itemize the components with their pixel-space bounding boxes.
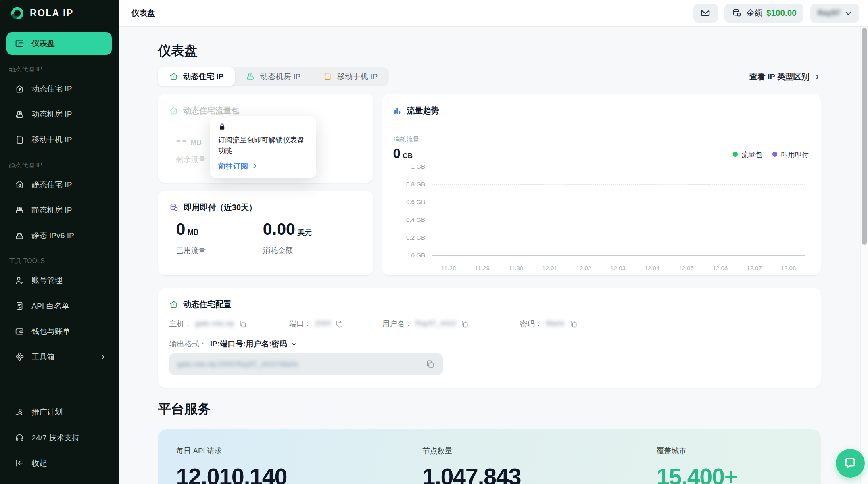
balance-value: $100.00	[766, 8, 796, 18]
subscribe-link-label: 前往订阅	[218, 161, 248, 171]
residential-config-card: 动态住宅配置 主机： gate.rola.vip 端口： 2000	[158, 288, 821, 388]
x-axis-ticks: 11.2811.2911.3012.0112.0212.0312.0412.05…	[432, 265, 805, 271]
payg-card: 即用即付（近30天） 0MB 已用流量 0.00美元 消耗金额	[158, 191, 373, 275]
proxy-output-box[interactable]: gate.rola.vip:2000:Ray97_4410:Warbr	[169, 353, 443, 376]
chart-plot-area: 1 GB 0.8 GB 0.6 GB 0.4 GB 0.2 GB 0 GB 11…	[393, 161, 810, 259]
sidebar-item-label: 推广计划	[31, 407, 63, 417]
wallet-icon	[15, 326, 25, 336]
sidebar-item-label: 收起	[31, 458, 47, 469]
sidebar-item-dashboard[interactable]: 仪表盘	[6, 32, 112, 55]
format-select[interactable]: IP:端口号:用户名:密码	[210, 339, 298, 349]
live-chat-button[interactable]	[836, 449, 864, 478]
remaining-traffic-value: --MB	[176, 132, 202, 148]
sidebar-spacer	[6, 369, 112, 400]
username-field: 用户名： Ray97_4410	[382, 319, 469, 329]
scrollbar-thumb[interactable]	[862, 28, 867, 245]
host-field: 主机： gate.rola.vip	[169, 319, 247, 329]
platform-services-title: 平台服务	[158, 400, 211, 418]
legend-item-package[interactable]: 流量包	[733, 150, 762, 159]
password-field: 密码： Warbr	[520, 319, 578, 329]
sidebar-item-account[interactable]: 账号管理	[6, 269, 112, 292]
scrollbar-track[interactable]	[860, 27, 868, 484]
legend-label: 即用即付	[781, 150, 809, 159]
platform-stats-card: 每日 API 请求 12,010,140 节点数量 1,047,843 覆盖城市…	[158, 429, 821, 484]
subscribe-lock-popup: 订阅流量包即可解锁仪表盘功能 前往订阅	[210, 116, 316, 178]
rola-ring-icon	[10, 6, 25, 21]
sidebar-section-static: 静态代理 IP	[9, 161, 112, 170]
y-axis-tick: 0.8 GB	[393, 181, 425, 188]
legend-item-payg[interactable]: 即用即付	[772, 150, 809, 159]
mail-button[interactable]	[693, 4, 718, 23]
sidebar-item-label: 账号管理	[31, 275, 63, 286]
sidebar-item-wallet[interactable]: 钱包与账单	[6, 320, 112, 342]
topbar: 仪表盘 余额 $100.00 Ray97	[119, 0, 868, 27]
tab-mobile[interactable]: 移动手机 IP	[312, 67, 389, 86]
house-bolt-icon	[169, 300, 178, 309]
port-field: 端口： 2000	[289, 319, 344, 329]
coins-icon	[169, 202, 179, 213]
headset-icon	[15, 433, 25, 443]
gridline	[432, 238, 805, 238]
sidebar-item-referral[interactable]: 推广计划	[6, 401, 112, 424]
ip-type-tabs: 动态住宅 IP 动态机房 IP 移动手机 IP	[158, 67, 389, 86]
consumed-amount-stat: 0.00美元 消耗金额	[263, 220, 312, 255]
house-lock-icon	[15, 179, 25, 190]
brand-logo[interactable]: ROLA IP	[6, 0, 112, 27]
format-value: IP:端口号:用户名:密码	[210, 339, 287, 349]
sidebar-item-dynamic-residential[interactable]: 动态住宅 IP	[6, 78, 112, 100]
user-check-icon	[15, 275, 25, 286]
y-axis-tick: 0 GB	[393, 251, 425, 258]
tab-dynamic-datacenter[interactable]: 动态机房 IP	[235, 67, 312, 86]
password-value: Warbr	[546, 319, 565, 328]
sidebar-item-toolbox[interactable]: 工具箱	[6, 346, 112, 368]
chart-legend: 流量包 即用即付	[733, 150, 809, 159]
chevron-right-icon	[814, 73, 821, 81]
sidebar-item-mobile[interactable]: 移动手机 IP	[6, 129, 112, 151]
sidebar-item-collapse[interactable]: 收起	[6, 452, 112, 474]
ip-type-compare-link[interactable]: 查看 IP 类型区别	[749, 71, 821, 82]
balance-button[interactable]: 余额 $100.00	[724, 4, 803, 23]
sidebar-item-dynamic-datacenter[interactable]: 动态机房 IP	[6, 103, 112, 125]
sidebar-item-label: 动态机房 IP	[31, 109, 72, 119]
chat-bubble-icon	[843, 456, 858, 471]
server-ipv6-icon	[15, 231, 25, 241]
toolbox-icon	[15, 352, 25, 362]
tab-label: 移动手机 IP	[337, 71, 378, 82]
app-root: ROLA IP 仪表盘 动态代理 IP 动态住宅 IP	[0, 0, 868, 484]
server-bolt-icon	[15, 109, 25, 119]
legend-dot-green	[733, 152, 738, 156]
sidebar-item-static-residential[interactable]: 静态住宅 IP	[6, 173, 112, 196]
tab-dynamic-residential[interactable]: 动态住宅 IP	[158, 67, 235, 86]
compare-link-label: 查看 IP 类型区别	[749, 71, 810, 82]
tab-label: 动态机房 IP	[260, 71, 300, 82]
used-traffic-stat: 0MB 已用流量	[176, 220, 206, 255]
field-label: 端口：	[289, 319, 312, 329]
subscribe-link[interactable]: 前往订阅	[218, 161, 308, 171]
copy-icon[interactable]	[570, 320, 578, 328]
format-label: 输出格式：	[169, 339, 207, 349]
field-label: 密码：	[520, 319, 542, 329]
copy-icon[interactable]	[335, 320, 344, 328]
y-axis-tick: 1 GB	[393, 163, 425, 170]
sidebar-item-static-datacenter[interactable]: 静态机房 IP	[6, 199, 112, 221]
sidebar-item-support[interactable]: 24/7 技术支持	[6, 427, 112, 449]
lock-icon	[218, 123, 308, 131]
sidebar-item-static-ipv6[interactable]: 静态 IPv6 IP	[6, 225, 112, 247]
card-title: 动态住宅流量包	[183, 105, 239, 116]
chevron-right-icon	[99, 353, 106, 361]
house-bolt-icon	[169, 72, 178, 81]
config-fields-row: 主机： gate.rola.vip 端口： 2000 用户名： Ray97_44…	[169, 319, 578, 329]
copy-icon[interactable]	[426, 359, 435, 369]
gridline	[432, 184, 805, 185]
output-format-row: 输出格式： IP:端口号:用户名:密码	[169, 339, 298, 349]
user-menu-button[interactable]: Ray97	[810, 4, 859, 23]
copy-icon[interactable]	[239, 320, 247, 328]
sidebar: ROLA IP 仪表盘 动态代理 IP 动态住宅 IP	[0, 0, 119, 484]
sidebar-item-label: 仪表盘	[31, 38, 55, 49]
username-value: Ray97_4410	[415, 319, 456, 328]
copy-icon[interactable]	[461, 320, 469, 328]
card-title: 动态住宅配置	[183, 299, 231, 310]
sidebar-item-label: API 白名单	[31, 301, 69, 311]
sidebar-section-tools: 工具 TOOLS	[9, 257, 112, 265]
sidebar-item-api-whitelist[interactable]: API 白名单	[6, 295, 112, 317]
